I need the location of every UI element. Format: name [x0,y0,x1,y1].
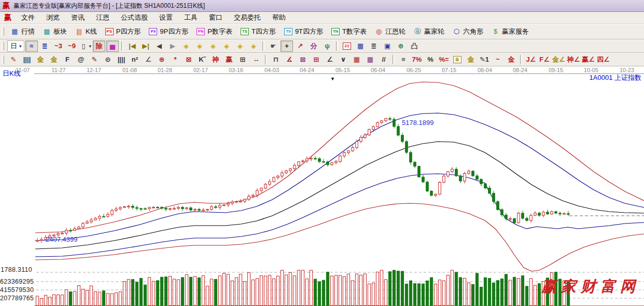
toolbar-grip [2,55,4,64]
drawtool-draw-pen[interactable]: ✎ [7,54,20,65]
drawtool-pen-grid[interactable]: ✎ [88,54,101,65]
drawtool-star-rays[interactable]: * [169,54,181,65]
drawtool-gann-fan[interactable]: ∠ [142,54,155,65]
navtool-print[interactable]: 凸 [408,40,421,52]
navtool-save[interactable]: ▣ [381,40,394,52]
drawtool-golden-grid-1[interactable]: 金 [34,54,47,65]
drawtool-wave-band[interactable]: ~ [492,54,504,65]
navtool-info-panel[interactable]: ≣ [39,40,51,52]
navtool-last-page[interactable]: ▶| [139,40,152,52]
drawtool-j-angle[interactable]: J∠ [525,54,537,65]
navtool-hand-tool[interactable]: ☛ [267,40,279,52]
navtool-web-page[interactable]: ⊕ [395,40,407,52]
drawtool-seven-percent[interactable]: 7% [411,54,423,65]
drawtool-percent[interactable]: % [424,54,437,65]
drawtool-ying-angle[interactable]: 赢∠ [581,54,595,65]
navtool-fen-tool[interactable]: 分 [307,40,320,52]
menu-item-trade-entrust[interactable]: 交易委托 [228,12,267,23]
menu-item-window[interactable]: 窗口 [203,12,228,23]
drawtool-v-wave[interactable]: ∨ [337,54,349,65]
navtool-prev-bar[interactable]: ◀ [153,40,165,52]
navtool-zigzag-view[interactable]: ≈ [25,40,38,52]
drawtool-icon: F [64,55,72,63]
toolbar-gann-wheel[interactable]: ◎ 江恩轮 [371,25,410,38]
drawtool-box-fan[interactable]: ⊠ [297,54,309,65]
menu-item-tools[interactable]: 工具 [178,12,203,23]
chart-canvas[interactable]: 11-0711-2712-1701-0801-2802-1703-1604-03… [0,66,644,306]
navtool-candle-type[interactable]: ▯ ▾ [79,40,92,52]
drawtool-shen-grid[interactable]: 神 [209,54,222,65]
navtool-first-page[interactable]: |◀ [126,40,138,52]
drawtool-shen-angle[interactable]: 神∠ [567,54,581,65]
toolbar-p-number-table[interactable]: PN P数字表 [192,25,236,38]
drawtool-circle-cross[interactable]: ⊕ [156,54,168,65]
toolbar-t-square[interactable]: TS T四方形 [236,25,280,38]
navtool-notes[interactable]: ≣ [368,40,380,52]
drawtool-measure-width[interactable]: ↔ [250,54,262,65]
toolbar-sectors[interactable]: ▩ 板块 [39,25,71,38]
drawtool-parallel-slant[interactable]: // [377,54,390,65]
drawtool-square-of-nine[interactable]: n² [129,54,141,65]
menu-item-settings[interactable]: 设置 [153,12,178,23]
navtool-ex-rights[interactable]: 除 [93,40,105,52]
navtool-next-bar[interactable]: ▶ [166,40,179,52]
drawtool-grid-arrow[interactable]: ▦ [364,54,376,65]
drawtool-golden-line[interactable]: 金 [505,54,517,65]
toolbar-t-number-table[interactable]: TN T数字表 [327,25,371,38]
drawtool-grid-cross-box[interactable]: ⊠ [183,54,195,65]
toolbar-winner-service[interactable]: $ 赢家服务 [487,25,533,38]
navtool-segment-tool[interactable]: ↗ [294,40,306,52]
navtool-wave-9[interactable]: ~9 [66,40,78,52]
drawtool-spiral[interactable]: @ [75,54,87,65]
drawtool-ruler-grid[interactable]: ⊞ [236,54,249,65]
drawtool-frame-tool[interactable]: ⊓ [270,54,282,65]
toolbar-9t-square[interactable]: T9 9T四方形 [280,25,327,38]
menu-item-browse[interactable]: 浏览 [40,12,65,23]
navtool-analysis-tool[interactable]: ψ [321,40,333,52]
drawtool-angle-lines[interactable]: ∠ [324,54,336,65]
navtool-zoom-out[interactable]: ◈ [234,40,246,52]
drawtool-time-cycle[interactable]: ⊙ [102,54,114,65]
drawtool-f-angle[interactable]: F∠ [538,54,551,65]
drawtool-percent-line[interactable]: %= [438,54,450,65]
toolbar-quotes[interactable]: ▦ 行情 [7,25,39,38]
toolbar-winner-wheel[interactable]: Ⓑ 赢家轮 [410,25,449,38]
drawtool-golden-lines[interactable]: 金 [465,54,477,65]
drawtool-f-grid[interactable]: F [61,54,74,65]
toolbar-p-square[interactable]: PS P四方形 [101,25,145,38]
drawtool-si-angle[interactable]: 四∠ [596,54,610,65]
menu-item-news[interactable]: 资讯 [65,12,90,23]
toolbar-kline[interactable]: ||| K线 [71,25,101,38]
navtool-zoom-all[interactable]: ◈ [247,40,260,52]
drawtool-ray-fan[interactable]: ∡ [283,54,296,65]
navtool-shrink-x[interactable]: ◈ [220,40,233,52]
menu-item-formula-stock-pick[interactable]: 公式选股 [115,12,153,23]
menu-item-gann[interactable]: 江恩 [90,12,115,23]
drawtool-box-rays[interactable]: ⊞ [310,54,323,65]
navtool-icon: ▦ [357,42,365,50]
navtool-calendar[interactable]: 21 [341,40,353,52]
drawtool-pen-one[interactable]: ✎1 [478,54,491,65]
kline-chart-svg[interactable] [0,66,644,306]
drawtool-ying-grid[interactable]: 赢 [223,54,235,65]
navtool-color-bars[interactable]: ▅ [106,40,119,52]
toolbar-9p-square[interactable]: P9 9P四方形 [145,25,192,38]
drawtool-gold-angle[interactable]: 金∠ [552,54,566,65]
toolbar-hexagon[interactable]: ⬡ 六角形 [449,25,487,38]
drawtool-price-lines[interactable]: |||| [115,54,128,65]
navtool-calculator[interactable]: ▦ [354,40,367,52]
drawtool-red-grid[interactable]: ▦ [351,54,363,65]
drawtool-golden-circle[interactable]: 金 [451,54,464,65]
navtool-expand-x[interactable]: ◈ [207,40,219,52]
navtool-pan-left[interactable]: ◈ [180,40,192,52]
drawtool-scale-ruler[interactable]: ≡ [397,54,410,65]
navtool-wave-3[interactable]: ~3 [52,40,65,52]
drawtool-golden-grid-2[interactable]: 金 [48,54,60,65]
drawtool-k-angle[interactable]: K˝ [196,54,208,65]
menu-item-file[interactable]: 文件 [16,12,40,23]
navtool-crosshair-tool[interactable]: + [281,40,293,52]
navtool-period-day[interactable]: 日 ▾ [7,40,24,52]
menu-item-help[interactable]: 帮助 [267,12,291,23]
navtool-pan-right[interactable]: ◈ [193,40,206,52]
drawtool-vertical-lines[interactable]: |||| [21,54,33,65]
